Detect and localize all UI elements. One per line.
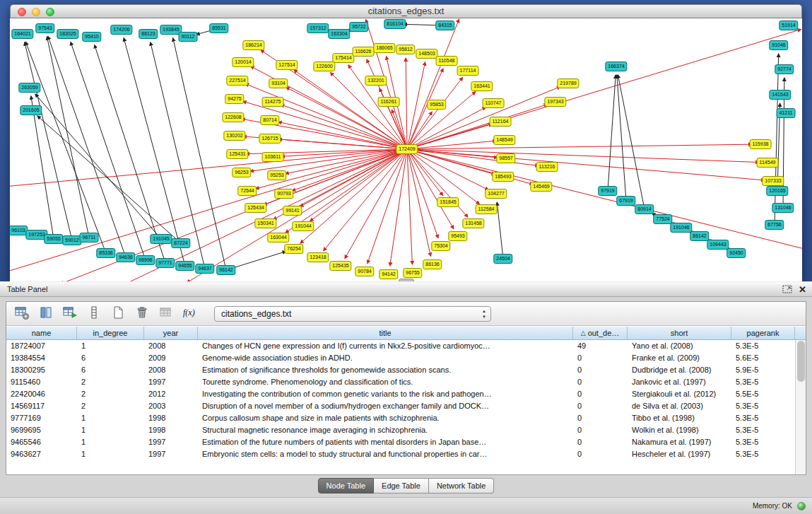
graph-node[interactable]: 163044 [267,233,289,243]
graph-node[interactable]: 174206 [110,25,132,35]
graph-node[interactable]: 175414 [332,53,354,63]
column-header-short[interactable]: short [628,327,731,339]
table-row[interactable]: 969969511998Structural magnetic resonanc… [6,424,795,436]
graph-edge[interactable] [71,42,146,260]
float-panel-icon[interactable] [782,284,792,296]
column-header-title[interactable]: title [198,327,573,339]
graph-edge[interactable] [406,58,407,149]
graph-node[interactable]: 132201 [365,76,387,86]
graph-node[interactable]: 120165 [766,186,788,196]
network-canvas[interactable]: 1724091862141200142275149427512260813020… [10,18,802,281]
table-source-dropdown[interactable]: citations_edges.txt ▲▼ [214,306,491,322]
graph-node[interactable]: 76254 [284,244,303,254]
import-table-button[interactable] [156,304,175,323]
graph-node[interactable]: 72544 [237,186,257,196]
edit-table-button[interactable] [60,304,79,323]
graph-node[interactable]: 191044 [292,221,314,231]
graph-node[interactable]: 163304 [328,29,350,39]
graph-node[interactable]: 98557 [496,153,515,163]
column-header-pagerank[interactable]: pagerank [731,327,795,339]
graph-node[interactable]: 99141 [283,206,302,216]
graph-node[interactable]: 80714 [260,115,279,125]
row-height-button[interactable] [84,304,103,323]
graph-node[interactable]: 95493 [448,231,467,241]
graph-edge[interactable] [407,19,459,149]
graph-edge[interactable] [278,139,407,149]
graph-node[interactable]: 150341 [254,218,276,228]
graph-node[interactable]: 183025 [57,29,78,39]
graph-node[interactable]: 166374 [605,62,627,71]
graph-node[interactable]: 125435 [329,261,351,271]
graph-node[interactable]: 112584 [476,204,498,214]
tab-node-table[interactable]: Node Table [318,478,374,493]
graph-node[interactable]: 123418 [307,252,329,262]
table-options-button[interactable] [12,304,31,323]
graph-node[interactable]: 80914 [635,204,654,214]
graph-node[interactable]: 185493 [492,172,514,182]
graph-node[interactable]: 109443 [707,240,729,250]
table-row[interactable]: 977716911998Corpus callosum shape and si… [6,412,795,424]
vertical-scrollbar[interactable] [795,340,806,474]
graph-node[interactable]: 24504 [493,254,512,264]
zoom-window-button[interactable] [46,8,54,16]
graph-node[interactable]: 172409 [396,144,418,154]
delete-table-button[interactable] [132,304,151,323]
graph-node[interactable]: 77524 [653,214,672,224]
graph-node[interactable]: 141543 [769,90,791,100]
table-row[interactable]: 1456911722003Disruption of a novel membe… [6,400,795,412]
graph-node[interactable]: 219789 [557,78,579,88]
graph-node[interactable]: 94655 [175,261,194,271]
graph-node[interactable]: 96253 [232,168,251,177]
graph-node[interactable]: 94275 [225,94,244,104]
graph-node[interactable]: 96996 [136,255,155,265]
graph-node[interactable]: 816104 [384,19,406,29]
scrollbar-thumb[interactable] [797,341,805,382]
graph-node[interactable]: 95853 [427,100,446,110]
graph-node[interactable]: 92774 [775,64,794,74]
table-row[interactable]: 1938455462009Genome-wide association stu… [6,352,795,364]
graph-node[interactable]: 148503 [416,49,437,59]
graph-node[interactable]: 110747 [483,98,505,108]
graph-edge[interactable] [407,149,412,264]
graph-edge[interactable] [775,54,779,225]
graph-node[interactable]: 227514 [226,76,248,86]
graph-node[interactable]: 127514 [276,60,298,70]
graph-edge[interactable] [25,42,72,240]
new-table-button[interactable] [108,304,127,323]
graph-node[interactable]: 88123 [139,29,158,39]
graph-node[interactable]: 191046 [670,223,692,233]
graph-node[interactable]: 122608 [222,112,244,122]
graph-node[interactable]: 263059 [18,83,40,93]
column-header-year[interactable]: year [144,327,198,339]
graph-node[interactable]: 97771 [155,258,175,268]
graph-node[interactable]: 67756 [765,220,784,230]
graph-node[interactable]: 67919 [616,196,635,206]
function-builder-button[interactable]: f(x) [180,304,199,323]
graph-node[interactable]: 85531 [209,23,228,33]
graph-node[interactable]: 191045 [150,234,172,244]
graph-edge[interactable] [173,38,226,270]
graph-node[interactable]: 94142 [379,269,398,279]
graph-node[interactable]: 97919 [598,186,617,196]
graph-node[interactable]: 112164 [490,117,512,127]
graph-edge[interactable] [10,149,407,274]
graph-edge[interactable] [25,42,106,253]
graph-node[interactable]: 87224 [171,238,190,248]
graph-edge[interactable] [407,29,801,149]
graph-node[interactable]: 122600 [313,62,335,71]
close-panel-icon[interactable]: ✕ [799,282,806,298]
graph-node[interactable]: 95812 [396,45,415,54]
graph-node[interactable]: 90784 [355,267,374,276]
graph-node[interactable]: 91046 [769,40,788,50]
graph-edge[interactable] [497,202,503,259]
graph-edge[interactable] [407,144,752,149]
graph-node[interactable]: 177114 [457,66,479,76]
graph-node[interactable]: 90112 [179,32,198,42]
close-window-button[interactable] [18,8,26,16]
graph-node[interactable]: 201605 [20,105,42,115]
column-header-name[interactable]: name [6,327,77,339]
graph-node[interactable]: 59055 [44,234,63,244]
graph-node[interactable]: 197343 [544,97,566,107]
graph-node[interactable]: 86142 [690,231,709,241]
graph-node[interactable]: 126715 [259,134,281,144]
